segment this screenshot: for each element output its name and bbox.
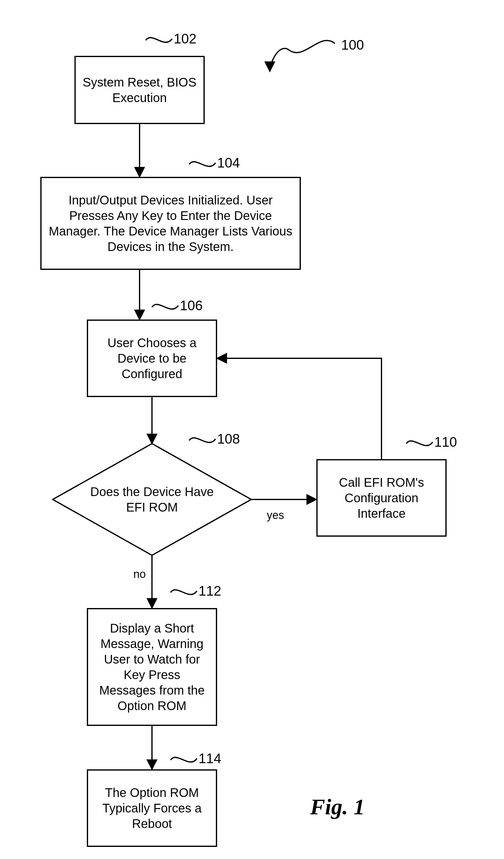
node-112-text: Display a Short Message, Warning User to… [94, 620, 210, 713]
node-102-text: System Reset, BIOS Execution [82, 74, 197, 105]
node-114: The Option ROM Typically Forces a Reboot [87, 769, 217, 847]
node-112: Display a Short Message, Warning User to… [87, 608, 217, 726]
node-114-text: The Option ROM Typically Forces a Reboot [94, 785, 210, 831]
node-102: System Reset, BIOS Execution [74, 56, 205, 124]
edge-no: no [133, 568, 146, 581]
ref-100: 100 [341, 37, 364, 53]
flowchart-canvas: System Reset, BIOS Execution Input/Outpu… [0, 0, 504, 859]
ref-112: 112 [198, 583, 221, 599]
ref-110: 110 [434, 434, 457, 450]
node-108-diamond: Does the Device Have EFI ROM [53, 443, 251, 555]
node-108-text: Does the Device Have EFI ROM [82, 484, 222, 515]
node-106: User Chooses a Device to be Configured [87, 319, 217, 397]
ref-102: 102 [174, 31, 196, 47]
ref-106: 106 [180, 298, 202, 313]
node-104-text: Input/Output Devices Initialized. User P… [48, 192, 293, 254]
node-104: Input/Output Devices Initialized. User P… [40, 177, 301, 270]
ref-108: 108 [217, 431, 240, 447]
node-110-text: Call EFI ROM's Configuration Interface [324, 474, 439, 521]
arrows-overlay [0, 0, 504, 859]
ref-104: 104 [217, 155, 240, 171]
node-106-text: User Chooses a Device to be Configured [94, 335, 210, 381]
ref-114: 114 [198, 751, 221, 766]
node-110: Call EFI ROM's Configuration Interface [316, 459, 447, 537]
edge-yes: yes [267, 509, 284, 522]
figure-caption: Fig. 1 [310, 794, 365, 820]
